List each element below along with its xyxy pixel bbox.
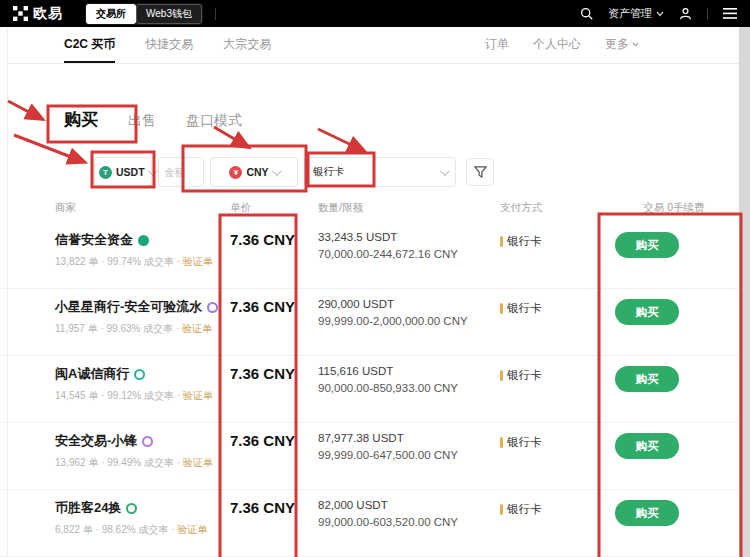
filter-button[interactable] [466,158,494,186]
merchant-name: 信誉安全资金 [55,231,133,249]
merchant-name-link[interactable]: 信誉安全资金 [55,231,213,249]
order-limit: 70,000.00-244,672.16 CNY [318,246,458,263]
table-row: 信誉安全资金 13,822 单 · 99.74% 成交率 · 验证单 7.36 … [0,222,738,289]
merchant-stats: 11,957 单 · 99.63% 成交率 · 验证单 [55,322,218,336]
annotation-arrow-usdt [14,135,84,162]
col-header-payment: 支付方式 [500,201,542,215]
table-row: 小星星商行-安全可验流水 11,957 单 · 99.63% 成交率 · 验证单… [0,289,738,356]
merchant-badge-icon [138,235,149,246]
topbar-divider [707,8,708,20]
unit-price: 7.36 CNY [230,298,295,315]
merchant-name: 小星星商行-安全可验流水 [55,298,202,316]
payment-method-label: 银行卡 [507,435,542,450]
payment-method: 银行卡 [500,301,542,316]
nav-item-orders[interactable]: 订单 [485,27,509,63]
asset-management-menu[interactable]: 资产管理 [608,6,664,21]
merchant-stats: 6,822 单 · 98.62% 成交率 · 验证单 [55,523,207,537]
merchant-badge-icon [134,369,145,380]
col-header-price: 单价 [230,201,251,215]
table-row: 币胜客24换 6,822 单 · 98.62% 成交率 · 验证单 7.36 C… [0,490,738,557]
buy-button[interactable]: 购买 [615,366,679,392]
crypto-select[interactable]: T USDT [94,157,152,187]
payment-color-bar [500,437,503,448]
buy-button[interactable]: 购买 [615,500,679,526]
merchant-orders: 13,822 单 [55,256,98,267]
available-amount: 290,000 USDT [318,296,468,313]
brand[interactable]: 欧易 [13,5,63,23]
merchant-badge-icon [126,503,137,514]
payment-method: 银行卡 [500,435,542,450]
payment-color-bar [500,236,503,247]
available-amount: 82,000 USDT [318,497,458,514]
payment-method-label: 银行卡 [507,368,542,383]
nav-item-profile[interactable]: 个人中心 [533,27,581,63]
scrollbar-track[interactable] [739,27,750,557]
crypto-select-value: USDT [116,166,145,178]
buy-button[interactable]: 购买 [615,299,679,325]
chevron-down-icon [148,166,158,176]
toggle-exchange[interactable]: 交易所 [86,4,136,24]
nav-item-express-trade[interactable]: 快捷交易 [145,27,193,63]
payment-select-value: 银行卡 [313,165,345,179]
tab-orderbook-mode[interactable]: 盘口模式 [186,112,242,130]
merchant-name-link[interactable]: 闽A诚信商行 [55,365,213,383]
user-icon[interactable] [679,7,692,20]
order-limit: 99,999.00-2,000,000.00 CNY [318,313,468,330]
amount-limit: 290,000 USDT 99,999.00-2,000,000.00 CNY [318,296,468,330]
order-limit: 99,000.00-603,520.00 CNY [318,514,458,531]
merchant-completion-rate: 99.12% 成交率 [107,390,174,401]
tab-sell[interactable]: 出售 [128,112,156,130]
unit-price: 7.36 CNY [230,432,295,449]
buy-button[interactable]: 购买 [615,433,679,459]
merchant-completion-rate: 99.49% 成交率 [107,457,174,468]
payment-color-bar [500,370,503,381]
verified-orders-link[interactable]: 验证单 [177,524,207,535]
okx-logo-icon [13,6,28,21]
merchant-name: 币胜客24换 [55,499,121,517]
merchant-name-link[interactable]: 币胜客24换 [55,499,207,517]
available-amount: 87,977.38 USDT [318,430,458,447]
chevron-down-icon [272,166,282,176]
hamburger-menu-icon[interactable] [723,8,737,19]
verified-orders-link[interactable]: 验证单 [182,323,212,334]
merchant-orders: 6,822 单 [55,524,93,535]
merchant-stats: 14,545 单 · 99.12% 成交率 · 验证单 [55,389,213,403]
amount-limit: 115,616 USDT 90,000.00-850,933.00 CNY [318,363,458,397]
cny-icon: ¥ [229,166,242,179]
available-amount: 115,616 USDT [318,363,458,380]
search-icon[interactable] [580,7,593,20]
tab-buy[interactable]: 购买 [64,108,98,131]
col-header-amount-limit: 数量/限额 [318,201,363,215]
merchant-stats: 13,962 单 · 99.49% 成交率 · 验证单 [55,456,213,470]
annotation-arrow-bank-card [318,129,364,151]
nav-item-block-trade[interactable]: 大宗交易 [223,27,271,63]
payment-method: 银行卡 [500,502,542,517]
merchant-orders: 11,957 单 [55,323,98,334]
verified-orders-link[interactable]: 验证单 [183,457,213,468]
product-toggle: 交易所 Web3钱包 [85,3,203,25]
merchant-orders: 14,545 单 [55,390,98,401]
buy-button[interactable]: 购买 [615,232,679,258]
nav-item-more[interactable]: 更多 [605,27,639,63]
verified-orders-link[interactable]: 验证单 [183,256,213,267]
trade-tabs: 购买 出售 盘口模式 [64,108,242,131]
merchant-name-link[interactable]: 小星星商行-安全可验流水 [55,298,218,316]
fiat-select[interactable]: ¥ CNY [210,157,298,187]
table-row: 安全交易-小锋 13,962 单 · 99.49% 成交率 · 验证单 7.36… [0,423,738,490]
merchant-badge-icon [142,436,153,447]
top-bar: 欧易 交易所 Web3钱包 资产管理 [0,0,750,27]
payment-method-select[interactable]: 银行卡 [304,157,456,187]
asset-management-label: 资产管理 [608,6,652,21]
nav-item-c2c-buy[interactable]: C2C 买币 [64,27,115,63]
amount-input[interactable] [158,157,204,187]
col-header-merchant: 商家 [55,201,76,215]
merchant-name-link[interactable]: 安全交易-小锋 [55,432,213,450]
unit-price: 7.36 CNY [230,365,295,382]
order-limit: 99,999.00-647,500.00 CNY [318,447,458,464]
verified-orders-link[interactable]: 验证单 [183,390,213,401]
chevron-down-icon [656,11,664,17]
chevron-down-icon [440,166,450,176]
toggle-web3-wallet[interactable]: Web3钱包 [136,4,202,24]
chevron-down-icon [632,42,639,47]
merchant-orders: 13,962 单 [55,457,98,468]
